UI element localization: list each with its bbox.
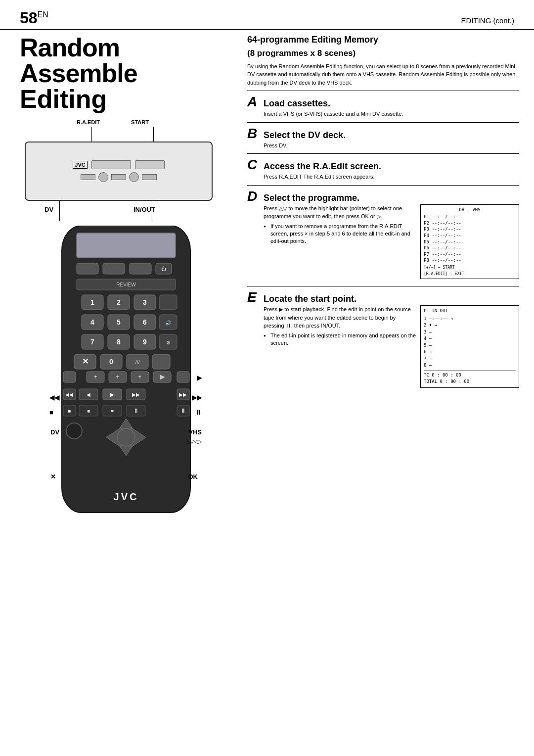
svg-text:▶: ▶ — [160, 373, 165, 380]
edit-row-2: 2 ♦ → — [424, 322, 516, 329]
ra-edit-label: R.A.EDIT — [77, 119, 100, 125]
step-e-letter: E — [247, 290, 260, 304]
right-column: 64-programme Editing Memory (8 programme… — [237, 30, 534, 527]
prog-row-p1: P1 --:--/--:-- — [424, 214, 516, 220]
svg-text:⚙: ⚙ — [166, 340, 171, 345]
remote-container: ⏻ REVIEW 1 2 3 4 — [49, 226, 203, 524]
svg-text:⏻: ⏻ — [161, 266, 166, 272]
step-a-letter: A — [247, 95, 260, 109]
step-a-header: A Load cassettes. — [247, 95, 519, 109]
stop-label: ■ — [49, 409, 53, 416]
svg-rect-4 — [130, 263, 151, 274]
svg-text:6: 6 — [143, 318, 147, 326]
edit-row-1: 1 –:––:–– → — [424, 316, 516, 323]
edit-row-6: 6 → — [424, 349, 516, 356]
title-block: Random Assemble Editing — [20, 35, 227, 112]
svg-text:2: 2 — [117, 298, 121, 306]
svg-text:▶▶: ▶▶ — [179, 392, 187, 397]
svg-text:▶: ▶ — [110, 392, 114, 397]
memory-title-line1: 64-programme Editing Memory — [247, 35, 519, 46]
divider-e — [247, 286, 519, 286]
step-b-letter: B — [247, 127, 260, 141]
main-content: Random Assemble Editing R.A.EDIT START J… — [0, 30, 534, 527]
svg-point-69 — [66, 423, 82, 439]
svg-text:4: 4 — [90, 318, 94, 326]
remote-svg: ⏻ REVIEW 1 2 3 4 — [49, 226, 203, 522]
divider-c — [247, 153, 519, 154]
ok-label: OK — [188, 473, 198, 480]
section-label: EDITING (cont.) — [461, 16, 514, 25]
vcr-top-row: JVC — [73, 160, 164, 169]
svg-text:5: 5 — [117, 318, 121, 326]
step-c-header: C Access the R.A.Edit screen. — [247, 158, 519, 172]
step-e: E Locate the start point. P1 IN OUT 1 –:… — [247, 290, 519, 391]
svg-point-74 — [117, 428, 135, 446]
svg-text:9: 9 — [143, 338, 147, 346]
step-c-body: Press R.A.EDIT The R.A.Edit screen appea… — [247, 173, 519, 181]
svg-text:+: + — [93, 374, 97, 380]
svg-rect-3 — [103, 263, 125, 274]
vcr-brand: JVC — [73, 161, 87, 169]
step-d-letter: D — [247, 189, 260, 203]
step-c: C Access the R.A.Edit screen. Press R.A.… — [247, 158, 519, 181]
rew-label: ◀◀ — [49, 394, 59, 401]
svg-text:3: 3 — [143, 298, 147, 306]
vcr-rect-1 — [81, 174, 95, 180]
device-diagram: R.A.EDIT START JVC — [20, 117, 227, 522]
play-arrow-label: ▶ — [197, 374, 202, 381]
title-main: Random Assemble — [20, 35, 227, 86]
dv-remote-label: DV — [50, 428, 59, 436]
step-e-header: E Locate the start point. — [247, 290, 519, 304]
svg-rect-1 — [77, 233, 176, 258]
svg-text:+: + — [138, 374, 141, 380]
prog-row-p6: P6 --:--/--:-- — [424, 245, 516, 251]
left-column: Random Assemble Editing R.A.EDIT START J… — [0, 30, 237, 527]
divider-d — [247, 185, 519, 186]
title-sub: Editing — [20, 86, 227, 112]
vcr-bottom-row — [81, 172, 157, 182]
step-e-title: Locate the start point. — [264, 294, 356, 304]
step-e-bullets: The edit-in point is registered in memor… — [264, 332, 519, 347]
svg-text:⏸: ⏸ — [180, 407, 186, 414]
prog-row-p8: P8 --:--/--:-- — [424, 257, 516, 264]
ff-label: ▶▶ — [192, 394, 202, 401]
vcr-unit: JVC — [25, 142, 213, 201]
svg-text:JVC: JVC — [114, 491, 139, 502]
step-d: D Select the programme. DV → VHS P1 --:-… — [247, 189, 519, 283]
step-d-content: DV → VHS P1 --:--/--:-- P2 --:--/--:-- P… — [247, 204, 519, 245]
start-label: START — [131, 119, 149, 125]
svg-text:///: /// — [135, 359, 140, 365]
svg-text:+: + — [116, 374, 119, 380]
svg-text:▶▶: ▶▶ — [132, 392, 140, 397]
svg-text:◀: ◀ — [87, 392, 90, 397]
edit-screen-header: P1 IN OUT — [424, 308, 516, 315]
step-b-title: Select the DV deck. — [264, 130, 346, 141]
vhs-remote-label: VHS — [188, 428, 202, 436]
svg-rect-15 — [159, 295, 177, 310]
step-d-title: Select the programme. — [264, 193, 359, 203]
dv-label: DV — [44, 206, 53, 213]
vcr-circle-2 — [129, 172, 139, 182]
dv-arrow-line — [59, 201, 60, 221]
intro-text: By using the Random Assemble Editing fun… — [247, 62, 519, 87]
vcr-circle-1 — [98, 172, 108, 182]
step-b-header: B Select the DV deck. — [247, 127, 519, 141]
vcr-rect-3 — [142, 174, 157, 180]
vcr-slot-1 — [91, 160, 131, 169]
svg-text:⏸: ⏸ — [133, 407, 139, 414]
svg-text:0: 0 — [109, 358, 113, 366]
svg-rect-38 — [152, 354, 170, 369]
svg-text:■: ■ — [68, 408, 71, 414]
vcr-slot-2 — [135, 160, 165, 169]
svg-text:1: 1 — [90, 298, 94, 306]
memory-title-line2: (8 programmes x 8 scenes) — [247, 48, 519, 58]
svg-text:🔊: 🔊 — [165, 320, 172, 326]
page-header: 58EN EDITING (cont.) — [0, 0, 534, 30]
divider-a — [247, 91, 519, 91]
x-label: ✕ — [50, 473, 56, 480]
step-c-letter: C — [247, 158, 260, 172]
edit-tc: TC 0 : 00 : 00 — [424, 371, 516, 379]
step-e-content: P1 IN OUT 1 –:––:–– → 2 ♦ → 3 → 4 → 5 → … — [247, 305, 519, 347]
inout-label: IN/OUT — [134, 206, 155, 213]
edit-row-8: 8 → — [424, 362, 516, 369]
